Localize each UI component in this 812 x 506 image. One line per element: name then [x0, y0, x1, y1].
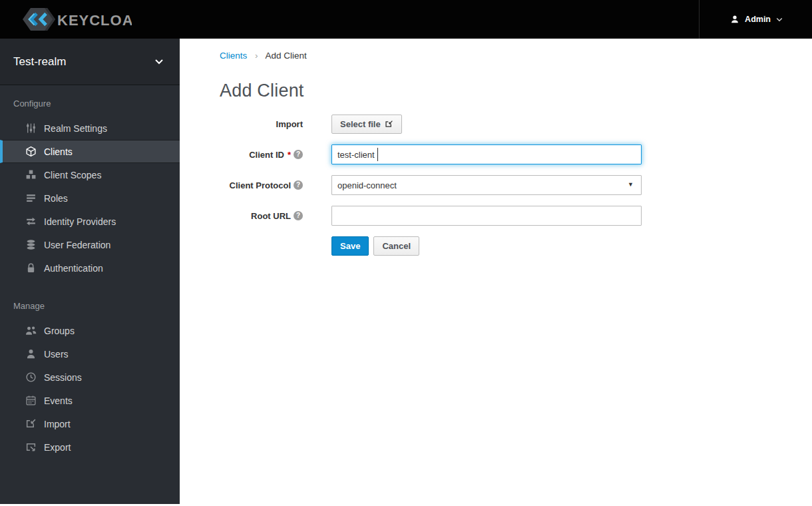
import-icon [25, 418, 37, 429]
root-url-label-group: Root URL ? [220, 211, 303, 221]
root-url-input[interactable] [331, 206, 642, 226]
sidebar-item-sessions[interactable]: Sessions [0, 366, 180, 389]
breadcrumb-link-clients[interactable]: Clients [220, 51, 247, 61]
user-icon [25, 348, 37, 360]
sidebar-item-label: Client Scopes [44, 170, 101, 180]
database-icon [25, 239, 37, 250]
text-cursor [377, 148, 378, 161]
sidebar-nav: Configure Realm Settings [0, 85, 180, 459]
client-protocol-label: Client Protocol [230, 180, 291, 190]
sidebar-item-label: User Federation [44, 240, 110, 250]
sidebar-item-realm-settings[interactable]: Realm Settings [0, 117, 180, 140]
save-button[interactable]: Save [331, 236, 369, 256]
form-actions: Save Cancel [331, 236, 812, 256]
realm-selector-label: Test-realm [13, 55, 66, 69]
top-header: KEYCLOAK Admin [0, 0, 812, 39]
required-indicator: * [288, 150, 291, 160]
cancel-button[interactable]: Cancel [373, 236, 419, 256]
sidebar-item-label: Authentication [44, 263, 103, 274]
form-row-client-id: Client ID * ? [220, 144, 812, 164]
cube-icon [25, 146, 37, 157]
sidebar-item-label: Realm Settings [44, 123, 107, 134]
sidebar-item-label: Import [44, 419, 71, 429]
sliders-icon [25, 123, 37, 134]
client-protocol-select[interactable]: openid-connect [331, 175, 642, 195]
nav-section-manage: Manage Groups [0, 288, 180, 459]
sidebar: Test-realm Configure [0, 39, 180, 504]
sidebar-item-label: Export [44, 442, 71, 453]
user-menu-label: Admin [745, 15, 771, 24]
sidebar-item-label: Identity Providers [44, 216, 116, 227]
breadcrumb-current: Add Client [266, 51, 307, 61]
select-file-button[interactable]: Select file [331, 115, 402, 134]
sidebar-item-import[interactable]: Import [0, 412, 180, 435]
sidebar-item-label: Roles [44, 193, 68, 204]
main-content: Clients › Add Client Add Client Import S… [180, 39, 812, 504]
breadcrumb: Clients › Add Client [220, 51, 812, 61]
import-icon [385, 120, 393, 128]
user-menu[interactable]: Admin [699, 0, 812, 39]
lock-icon [25, 262, 37, 274]
help-icon[interactable]: ? [294, 180, 303, 190]
add-client-form: Import Select file [220, 115, 812, 256]
sidebar-item-label: Sessions [44, 372, 82, 383]
import-label: Import [276, 119, 303, 129]
form-row-import: Import Select file [220, 115, 812, 134]
realm-selector[interactable]: Test-realm [0, 39, 180, 85]
user-icon [730, 15, 739, 24]
clock-icon [25, 372, 37, 383]
client-protocol-label-group: Client Protocol ? [220, 180, 303, 190]
calendar-icon [25, 395, 37, 406]
help-icon[interactable]: ? [294, 150, 303, 159]
breadcrumb-separator: › [255, 51, 258, 61]
form-row-root-url: Root URL ? [220, 206, 812, 226]
root-url-label: Root URL [251, 211, 291, 221]
client-id-label: Client ID [249, 150, 284, 160]
sidebar-item-client-scopes[interactable]: Client Scopes [0, 163, 180, 186]
sidebar-item-clients[interactable]: Clients [0, 140, 180, 163]
sidebar-item-identity-providers[interactable]: Identity Providers [0, 210, 180, 233]
nav-section-label: Configure [0, 85, 180, 117]
client-id-label-group: Client ID * ? [220, 150, 303, 160]
sidebar-item-label: Events [44, 395, 73, 406]
sidebar-item-users[interactable]: Users [0, 342, 180, 366]
sidebar-item-authentication[interactable]: Authentication [0, 256, 180, 280]
nav-section-configure: Configure Realm Settings [0, 85, 180, 280]
keycloak-admin-console: KEYCLOAK Admin Test-realm [0, 0, 812, 504]
sidebar-item-label: Clients [44, 146, 73, 157]
keycloak-logo-text: KEYCLOAK [57, 12, 132, 29]
select-file-button-label: Select file [340, 119, 381, 130]
export-icon [25, 441, 37, 453]
sidebar-item-roles[interactable]: Roles [0, 186, 180, 210]
sidebar-item-label: Users [44, 349, 69, 360]
sidebar-item-export[interactable]: Export [0, 435, 180, 459]
exchange-icon [25, 216, 37, 227]
help-icon[interactable]: ? [294, 211, 303, 220]
sidebar-item-label: Groups [44, 326, 75, 336]
nav-section-label: Manage [0, 288, 180, 319]
page-title: Add Client [220, 81, 812, 101]
chevron-down-icon [776, 17, 783, 22]
keycloak-logo: KEYCLOAK [0, 7, 132, 31]
keycloak-logo-icon: KEYCLOAK [13, 7, 132, 31]
import-label-group: Import [220, 119, 303, 129]
sidebar-item-events[interactable]: Events [0, 389, 180, 412]
form-row-client-protocol: Client Protocol ? openid-connect ▼ [220, 175, 812, 195]
chevron-down-icon [154, 59, 164, 65]
cubes-icon [25, 169, 37, 180]
sidebar-item-user-federation[interactable]: User Federation [0, 233, 180, 256]
group-icon [25, 325, 37, 336]
sidebar-item-groups[interactable]: Groups [0, 319, 180, 342]
list-icon [25, 192, 37, 204]
